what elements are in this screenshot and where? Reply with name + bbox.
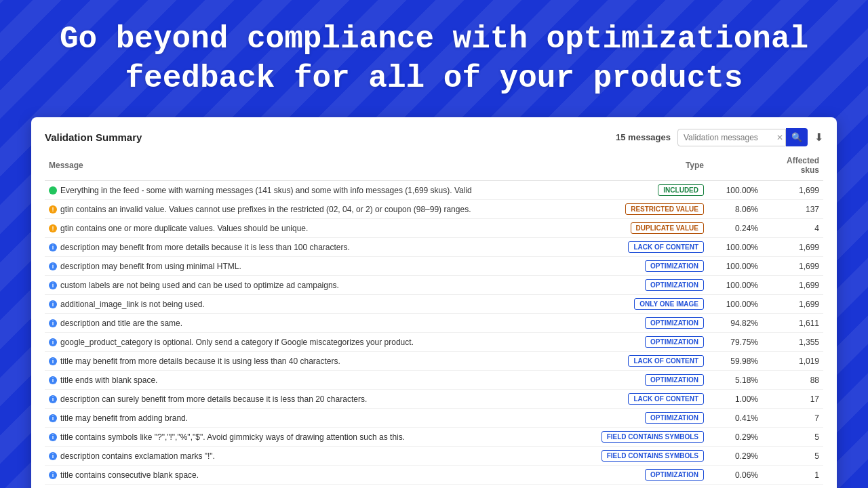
type-badge: ONLY ONE IMAGE [634, 298, 704, 310]
cell-type: FIELD CONTAINS SYMBOLS [597, 428, 708, 447]
cell-type: OPTIMIZATION [597, 257, 708, 276]
type-badge: RESTRICTED VALUE [625, 203, 704, 215]
cell-message: i title ends with blank space. [45, 371, 597, 390]
type-badge: OPTIMIZATION [645, 279, 704, 291]
cell-type: OPTIMIZATION [597, 466, 708, 485]
download-button[interactable]: ⬇ [814, 131, 823, 144]
table-row: ! gtin contains one or more duplicate va… [45, 219, 823, 238]
type-badge: OPTIMIZATION [645, 412, 704, 424]
card-title: Validation Summary [45, 131, 142, 143]
table-row: ! gtin contains an invalid value. Values… [45, 200, 823, 219]
status-icon-info: i [49, 452, 57, 460]
cell-message: ! gtin contains one or more duplicate va… [45, 219, 597, 238]
cell-type: OPTIMIZATION [597, 409, 708, 428]
table-row: i additional_image_link is not being use… [45, 295, 823, 314]
type-badge: OPTIMIZATION [645, 317, 704, 329]
type-badge: INCLUDED [658, 184, 704, 196]
cell-type: LACK OF CONTENT [597, 390, 708, 409]
cell-pct: 100.00% [708, 238, 762, 257]
cell-message: i additional_image_link is not being use… [45, 295, 597, 314]
status-icon-info: i [49, 262, 57, 270]
col-pct [708, 153, 762, 181]
search-input[interactable] [677, 129, 786, 146]
cell-skus: 1,699 [762, 257, 823, 276]
table-row: i description may benefit from using min… [45, 257, 823, 276]
table-row: i title contains consecutive blank space… [45, 466, 823, 485]
cell-pct: 1.00% [708, 390, 762, 409]
status-icon-info: i [49, 338, 57, 346]
cell-message: Everything in the feed - some with warni… [45, 181, 597, 200]
download-icon: ⬇ [814, 131, 823, 143]
cell-pct: 100.00% [708, 295, 762, 314]
search-wrapper: ✕ 🔍 [677, 128, 808, 146]
type-badge: DUPLICATE VALUE [631, 222, 704, 234]
status-icon-info: i [49, 300, 57, 308]
cell-type: OPTIMIZATION [597, 276, 708, 295]
cell-skus: 137 [762, 200, 823, 219]
validation-table: Message Type Affected skus Everything in… [45, 153, 823, 485]
cell-skus: 1,699 [762, 181, 823, 200]
type-badge: LACK OF CONTENT [628, 241, 704, 253]
type-badge: FIELD CONTAINS SYMBOLS [601, 431, 704, 443]
table-row: i description can surely benefit from mo… [45, 390, 823, 409]
cell-skus: 1,355 [762, 333, 823, 352]
type-badge: FIELD CONTAINS SYMBOLS [601, 450, 704, 462]
cell-message: i google_product_category is optional. O… [45, 333, 597, 352]
cell-message: i title may benefit from adding brand. [45, 409, 597, 428]
cell-skus: 1 [762, 466, 823, 485]
status-icon-info: i [49, 319, 57, 327]
cell-message: ! gtin contains an invalid value. Values… [45, 200, 597, 219]
status-icon-info: i [49, 357, 57, 365]
cell-type: DUPLICATE VALUE [597, 219, 708, 238]
cell-skus: 5 [762, 447, 823, 466]
status-icon-warning: ! [49, 224, 57, 232]
cell-skus: 1,699 [762, 295, 823, 314]
type-badge: OPTIMIZATION [645, 260, 704, 272]
type-badge: OPTIMIZATION [645, 336, 704, 348]
col-type: Type [597, 153, 708, 181]
table-row: i description contains exclamation marks… [45, 447, 823, 466]
status-icon-warning: ! [49, 205, 57, 214]
cell-message: i title contains consecutive blank space… [45, 466, 597, 485]
table-row: i title ends with blank space. OPTIMIZAT… [45, 371, 823, 390]
status-icon-info: i [49, 376, 57, 384]
cell-skus: 1,699 [762, 238, 823, 257]
status-icon-info: i [49, 243, 57, 251]
table-row: Everything in the feed - some with warni… [45, 181, 823, 200]
cell-message: i custom labels are not being used and c… [45, 276, 597, 295]
cell-pct: 0.29% [708, 447, 762, 466]
type-badge: LACK OF CONTENT [628, 355, 704, 367]
cell-pct: 79.75% [708, 333, 762, 352]
cell-message: i description can surely benefit from mo… [45, 390, 597, 409]
cell-type: OPTIMIZATION [597, 371, 708, 390]
cell-type: LACK OF CONTENT [597, 238, 708, 257]
table-row: i custom labels are not being used and c… [45, 276, 823, 295]
table-row: i description may benefit from more deta… [45, 238, 823, 257]
cell-skus: 1,699 [762, 276, 823, 295]
type-badge: OPTIMIZATION [645, 374, 704, 386]
cell-pct: 0.06% [708, 466, 762, 485]
cell-type: LACK OF CONTENT [597, 352, 708, 371]
cell-type: INCLUDED [597, 181, 708, 200]
status-icon-info: i [49, 414, 57, 422]
table-row: i title may benefit from more details be… [45, 352, 823, 371]
search-button[interactable]: 🔍 [786, 128, 808, 146]
cell-message: i title contains symbols like "?","!","%… [45, 428, 597, 447]
cell-skus: 17 [762, 390, 823, 409]
table-row: i title may benefit from adding brand. O… [45, 409, 823, 428]
card-header: Validation Summary 15 messages ✕ 🔍 ⬇ [45, 128, 823, 146]
cell-message: i description may benefit from more deta… [45, 238, 597, 257]
cell-pct: 59.98% [708, 352, 762, 371]
cell-pct: 0.24% [708, 219, 762, 238]
status-icon-green [49, 186, 57, 195]
type-badge: LACK OF CONTENT [628, 393, 704, 405]
cell-message: i title may benefit from more details be… [45, 352, 597, 371]
table-row: i description and title are the same. OP… [45, 314, 823, 333]
search-clear-icon[interactable]: ✕ [776, 133, 783, 142]
cell-pct: 5.18% [708, 371, 762, 390]
cell-skus: 4 [762, 219, 823, 238]
cell-pct: 94.82% [708, 314, 762, 333]
cell-skus: 1,611 [762, 314, 823, 333]
cell-pct: 100.00% [708, 257, 762, 276]
cell-type: OPTIMIZATION [597, 333, 708, 352]
